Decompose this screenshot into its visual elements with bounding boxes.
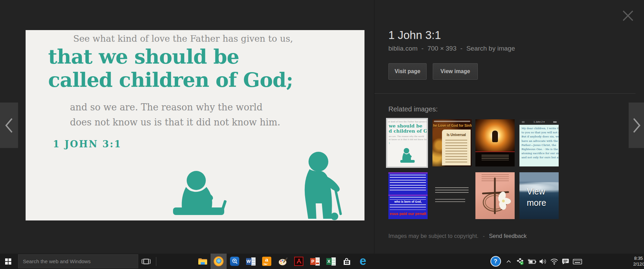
thumb-headline-line1: we should be — [389, 123, 427, 129]
image-meta: biblia.com - 700 × 393 - Search by image — [388, 45, 517, 52]
paint-palette-icon — [278, 257, 288, 266]
menu-icon — [522, 121, 525, 123]
source-domain[interactable]: biblia.com — [388, 45, 418, 52]
firefox-button[interactable] — [211, 254, 227, 269]
task-view-icon — [142, 258, 151, 265]
related-images-label: Related images: — [388, 105, 438, 113]
thumb-headline-line2: d children of G — [389, 129, 427, 134]
excel-button[interactable]: X — [323, 254, 339, 269]
thumb-blurred-text — [390, 175, 426, 192]
battery-plug-icon — [527, 258, 537, 265]
search-by-image-link[interactable]: Search by image — [466, 45, 515, 52]
close-button[interactable] — [620, 8, 635, 23]
clock-date: 2/12/201 — [621, 261, 644, 267]
edge-button[interactable]: e — [355, 254, 371, 269]
acrobat-reader-button[interactable] — [291, 254, 307, 269]
related-thumbnail-love-of-god[interactable]: he Love of God for Sinful Ma Is Universa… — [432, 119, 472, 166]
related-thumbnail-radiant-figure[interactable] — [475, 119, 515, 166]
thumb-gold-header: he Love of God for Sinful Ma — [433, 124, 472, 127]
verse-headline-line1: that we should be — [48, 45, 293, 68]
paint-button[interactable] — [275, 254, 291, 269]
windows-taskbar: W a — [0, 254, 644, 269]
clock-time: 8:35 AM — [621, 255, 644, 261]
powerpoint-icon: P — [310, 257, 320, 266]
volume-tray-button[interactable] — [538, 254, 548, 269]
file-explorer-button[interactable] — [195, 254, 211, 269]
copyright-text: Images may be subject to copyright. — [388, 233, 478, 239]
related-thumbnail-selected[interactable]: at kind of love the Father has given to … — [386, 118, 428, 168]
verse-headline-line2: called children of God; — [48, 68, 293, 92]
show-hidden-icons-button[interactable] — [504, 254, 513, 269]
status-indicator — [553, 121, 557, 123]
network-tray-button[interactable] — [549, 254, 560, 269]
send-feedback-link[interactable]: Send feedback — [489, 233, 527, 239]
app-header-bar: 1 John 2 ▾ — [519, 119, 559, 125]
meta-separator: - — [421, 45, 424, 52]
previous-image-button[interactable] — [0, 103, 18, 148]
powerpoint-button[interactable]: P — [307, 254, 323, 269]
keyboard-icon — [573, 258, 582, 265]
chevron-left-icon — [3, 117, 15, 134]
file-explorer-icon — [198, 258, 207, 265]
glowing-figure-silhouette — [492, 131, 498, 142]
next-image-button[interactable] — [629, 103, 644, 148]
bible-search-app-button[interactable] — [227, 254, 243, 269]
related-thumbnail-cross-and-lily[interactable] — [475, 172, 515, 219]
close-icon — [620, 8, 635, 23]
excel-icon: X — [326, 257, 336, 266]
battery-tray-button[interactable] — [527, 254, 538, 269]
windows-store-button[interactable] — [339, 254, 355, 269]
image-dimensions: 700 × 393 — [427, 45, 456, 52]
view-image-button[interactable]: View image — [433, 63, 478, 80]
verse-body-line1: and so we are. The reason why the world — [70, 100, 280, 115]
action-center-button[interactable] — [560, 254, 571, 269]
visit-page-button[interactable]: Visit page — [388, 63, 427, 80]
help-icon: ? — [490, 256, 501, 267]
app-verse-text: My dear children, I write this to you so… — [519, 125, 559, 166]
related-section-divider — [374, 93, 635, 94]
dropbox-tray-button[interactable] — [515, 254, 526, 269]
magenta-rule — [388, 173, 428, 173]
verse-reference: 1 JOHN 3:1 — [53, 139, 122, 149]
verse-intro-line: See what kind of love the Father has giv… — [26, 33, 341, 44]
related-thumbnail-bible-app[interactable]: 1 John 2 ▾ My dear children, I write thi… — [519, 119, 559, 166]
thumb-blurred-text — [482, 174, 509, 182]
thumb-blurred-text — [435, 199, 465, 203]
amazon-icon: a — [262, 257, 271, 266]
thumb-blurred-text — [435, 187, 469, 193]
start-button[interactable] — [0, 254, 16, 269]
google-images-lightbox: See what kind of love the Father has giv… — [0, 0, 644, 269]
task-view-button[interactable] — [139, 254, 153, 269]
view-more-thumbnail[interactable]: View more — [519, 172, 559, 219]
touch-keyboard-button[interactable] — [571, 254, 584, 269]
windows-logo-icon — [5, 258, 11, 265]
thumb-intro-text: at kind of love the Father has given to … — [388, 120, 428, 123]
store-bag-icon — [344, 260, 350, 265]
word-button[interactable]: W — [243, 254, 259, 269]
related-thumbnail-wood-texture[interactable] — [432, 172, 472, 219]
verse-headline: that we should be called children of God… — [48, 45, 293, 92]
thumb-panel-title: Is Universal — [442, 133, 471, 137]
taskbar-clock[interactable]: 8:35 AM 2/12/201 — [621, 255, 644, 267]
search-input[interactable] — [18, 255, 138, 268]
thumb-body-text: we are. The reason why the world ot know… — [389, 135, 428, 141]
thumb-cream-panel: Is Universal — [442, 130, 471, 165]
taskbar-divider — [156, 257, 156, 266]
speaker-icon — [539, 258, 547, 265]
amazon-button[interactable]: a — [259, 254, 275, 269]
thumb-blurred-text — [482, 155, 509, 160]
verse-body: and so we are. The reason why the world … — [70, 100, 280, 130]
help-tray-button[interactable]: ? — [489, 254, 502, 269]
taskbar-search-box[interactable] — [18, 254, 138, 268]
preview-image[interactable]: See what kind of love the Father has giv… — [26, 30, 364, 220]
firefox-icon — [214, 256, 224, 266]
thumb-red-line: esus paid our penalt — [388, 212, 428, 216]
dropbox-sync-icon — [516, 258, 524, 265]
children-silhouettes-illustration — [26, 149, 364, 220]
thumb-blurred-text — [445, 140, 467, 162]
thumb-child-silhouette — [399, 147, 417, 166]
related-thumbnail-born-of-god[interactable]: who is born of God, esus paid our penalt — [388, 172, 428, 219]
magnifier-cross-icon — [230, 257, 239, 266]
page-title: 1 John 3:1 — [388, 29, 441, 42]
chevron-right-icon — [630, 117, 643, 134]
